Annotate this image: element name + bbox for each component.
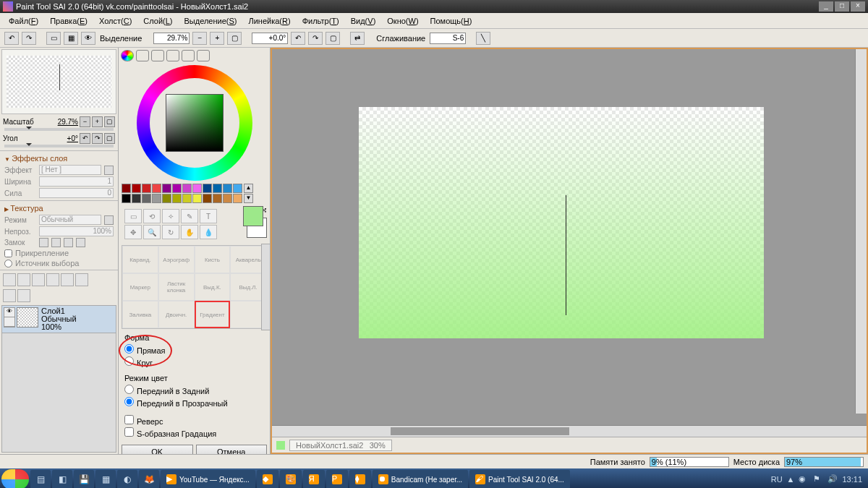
brush-6[interactable]: Выд.К. bbox=[195, 273, 231, 301]
tex-mode-field[interactable]: Обычный bbox=[39, 215, 101, 225]
smoothing-field[interactable] bbox=[430, 33, 466, 44]
swatch[interactable] bbox=[203, 184, 212, 193]
menu-линейка[interactable]: Линейка(R) bbox=[243, 15, 297, 27]
pin-app4[interactable]: ▦ bbox=[95, 470, 116, 488]
swatch-down[interactable]: ▼ bbox=[244, 194, 253, 203]
pin-explorer[interactable]: ▤ bbox=[30, 470, 51, 488]
sgrad-option[interactable]: S-образная Градация bbox=[124, 427, 264, 439]
task-item[interactable]: ⧫ bbox=[349, 470, 371, 488]
swatch[interactable] bbox=[122, 184, 131, 193]
menu-правка[interactable]: Правка(E) bbox=[44, 15, 93, 27]
zoom-tool[interactable]: 🔍 bbox=[143, 225, 161, 239]
swatch[interactable] bbox=[142, 184, 151, 193]
rotate-ccw-button[interactable]: ↶ bbox=[291, 32, 305, 45]
menu-окно[interactable]: Окно(W) bbox=[381, 15, 424, 27]
task-item[interactable]: ⏺Bandicam (Не зарег... bbox=[373, 470, 468, 488]
menu-холст[interactable]: Холст(C) bbox=[93, 15, 137, 27]
h-scrollbar[interactable] bbox=[272, 425, 867, 437]
zoom-out-button[interactable]: − bbox=[192, 32, 207, 45]
deselect-button[interactable]: ▭ bbox=[46, 32, 61, 45]
tex-op-field[interactable]: 100% bbox=[39, 226, 114, 236]
swatch[interactable] bbox=[142, 194, 151, 203]
rotate-cw-button[interactable]: ↷ bbox=[308, 32, 323, 45]
clock[interactable]: 13:11 bbox=[842, 475, 862, 484]
swatch[interactable] bbox=[182, 194, 192, 203]
angle-slider[interactable] bbox=[4, 145, 114, 147]
rotation-field[interactable] bbox=[252, 33, 288, 44]
mixer-mode-button[interactable] bbox=[166, 50, 179, 61]
mask-button[interactable] bbox=[46, 273, 59, 286]
color-swap[interactable]: ⤭ bbox=[243, 206, 267, 238]
scale-reset[interactable]: ▢ bbox=[104, 116, 115, 127]
zoom-fit-button[interactable]: ▢ bbox=[227, 32, 242, 45]
swatch[interactable] bbox=[172, 184, 182, 193]
pin-app2[interactable]: ◧ bbox=[52, 470, 72, 488]
swatch[interactable] bbox=[152, 184, 161, 193]
invert-sel-button[interactable]: ▦ bbox=[64, 32, 78, 45]
cmode-fb-radio[interactable] bbox=[124, 385, 134, 394]
layer-visibility[interactable]: 👁 bbox=[4, 307, 15, 328]
task-item[interactable]: P bbox=[326, 470, 348, 488]
menu-фильтр[interactable]: Фильтр(T) bbox=[297, 15, 345, 27]
text-tool[interactable]: T bbox=[200, 209, 217, 223]
task-item[interactable]: 🎨 bbox=[280, 470, 302, 488]
brush-9[interactable]: Двоичн. bbox=[158, 301, 195, 328]
flip-h-button[interactable]: ⇄ bbox=[350, 32, 365, 45]
brush-scroll[interactable] bbox=[261, 244, 271, 330]
reverse-option[interactable]: Реверс bbox=[124, 414, 264, 427]
layer-list[interactable]: 👁 Слой1 Обычный 100% bbox=[1, 305, 116, 453]
swatch[interactable] bbox=[213, 194, 222, 203]
cmode-ft-option[interactable]: Передний в Прозрачный bbox=[124, 396, 264, 408]
lock-3[interactable] bbox=[64, 238, 73, 247]
swatch[interactable] bbox=[132, 194, 141, 203]
menu-слой[interactable]: Слой(L) bbox=[137, 15, 178, 27]
zoom-in-button[interactable]: + bbox=[210, 32, 224, 45]
flatten-button[interactable] bbox=[17, 289, 30, 302]
lock-1[interactable] bbox=[39, 238, 48, 247]
rotate-reset-button[interactable]: ▢ bbox=[326, 32, 340, 45]
new-vector-button[interactable] bbox=[32, 273, 45, 286]
shape-line-radio[interactable] bbox=[124, 344, 134, 354]
delete-layer-button[interactable] bbox=[61, 273, 74, 286]
v-scrollbar[interactable] bbox=[855, 49, 867, 414]
swatch-up[interactable]: ▲ bbox=[244, 184, 253, 193]
swatch[interactable] bbox=[162, 194, 171, 203]
brush-10[interactable]: Градиент bbox=[195, 301, 231, 328]
navigator[interactable] bbox=[1, 49, 116, 114]
swatch[interactable] bbox=[233, 194, 242, 203]
swatch[interactable] bbox=[172, 194, 182, 203]
lock-2[interactable] bbox=[51, 238, 61, 247]
ok-button[interactable]: OK bbox=[122, 445, 193, 454]
fx-effect-field[interactable]: [ Нет ] bbox=[39, 165, 101, 175]
tex-mode-btn[interactable] bbox=[104, 215, 114, 225]
move-tool[interactable]: ✥ bbox=[124, 225, 142, 239]
pen-tool[interactable]: ✎ bbox=[181, 209, 198, 223]
scale-plus[interactable]: + bbox=[92, 116, 103, 127]
brush-4[interactable]: Маркер bbox=[122, 273, 158, 301]
swatch[interactable] bbox=[233, 184, 242, 193]
cancel-button[interactable]: Отмена bbox=[196, 445, 268, 454]
doc-tab[interactable]: НовыйХолст1.sai2 30% bbox=[289, 440, 392, 451]
undo-button[interactable]: ↶ bbox=[4, 32, 19, 45]
swatch[interactable] bbox=[122, 194, 131, 203]
layer-item[interactable]: 👁 Слой1 Обычный 100% bbox=[2, 306, 116, 333]
scale-slider[interactable] bbox=[4, 128, 114, 131]
pin-app3[interactable]: 💾 bbox=[74, 470, 94, 488]
system-tray[interactable]: RU ▲ ◉ ⚑ 🔊 13:11 bbox=[767, 474, 867, 484]
tray-icon-1[interactable]: ◉ bbox=[799, 474, 809, 484]
rotate-tool[interactable]: ↻ bbox=[162, 225, 179, 239]
menu-файл[interactable]: Файл(F) bbox=[3, 15, 44, 27]
close-button[interactable]: × bbox=[851, 1, 865, 12]
swatch[interactable] bbox=[213, 184, 222, 193]
scale-minus[interactable]: − bbox=[80, 116, 90, 127]
rect-sel-tool[interactable]: ▭ bbox=[124, 209, 142, 223]
minimize-button[interactable]: _ bbox=[819, 1, 833, 12]
wand-tool[interactable]: ✧ bbox=[162, 209, 179, 223]
cmode-fb-option[interactable]: Передний в Задний bbox=[124, 384, 264, 396]
shape-line-option[interactable]: Прямая bbox=[124, 343, 264, 356]
rgb-mode-button[interactable] bbox=[136, 50, 149, 61]
menu-вид[interactable]: Вид(V) bbox=[345, 15, 382, 27]
pin-app6[interactable]: 🦊 bbox=[139, 470, 159, 488]
fx-width-field[interactable]: 1 bbox=[39, 176, 114, 187]
hand-tool[interactable]: ✋ bbox=[181, 225, 198, 239]
